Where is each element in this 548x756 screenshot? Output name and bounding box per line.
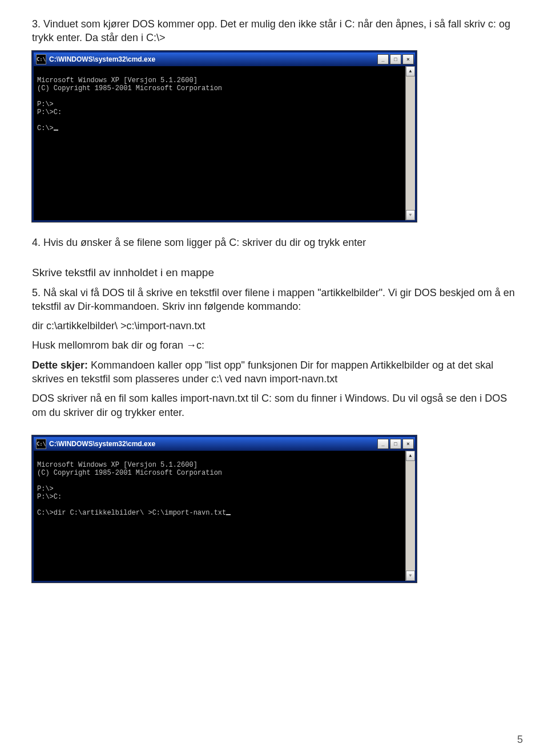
minimize-button[interactable]: _ (377, 439, 389, 449)
cmd-window-2: C:\ C:\WINDOWS\system32\cmd.exe _ □ × Mi… (32, 435, 417, 583)
cmd-line: P:\>C: (37, 108, 62, 116)
paragraph-dette-skjer: Dette skjer: Kommandoen kaller opp "list… (32, 358, 516, 386)
paragraph-step-4: 4. Hvis du ønsker å se filene som ligger… (32, 236, 516, 249)
minimize-button[interactable]: _ (377, 54, 389, 64)
scroll-down-icon[interactable]: ▼ (406, 571, 415, 581)
scroll-up-icon[interactable]: ▲ (406, 451, 415, 461)
cmd-icon: C:\ (36, 439, 46, 449)
scrollbar[interactable]: ▲ ▼ (405, 451, 415, 581)
paragraph-step-3: 3. Vinduet som kjører DOS kommer opp. De… (32, 17, 516, 45)
scroll-up-icon[interactable]: ▲ (406, 66, 415, 76)
text-dette-skjer: Kommandoen kaller opp "list opp" funksjo… (32, 359, 493, 385)
scroll-down-icon[interactable]: ▼ (406, 210, 415, 220)
cmd-line: (C) Copyright 1985-2001 Microsoft Corpor… (37, 469, 222, 477)
maximize-button[interactable]: □ (390, 439, 401, 449)
cmd-window-1: C:\ C:\WINDOWS\system32\cmd.exe _ □ × Mi… (32, 51, 417, 222)
scrollbar[interactable]: ▲ ▼ (405, 66, 415, 220)
cmd-body: Microsoft Windows XP [Versjon 5.1.2600] … (34, 451, 415, 581)
cmd-titlebar: C:\ C:\WINDOWS\system32\cmd.exe _ □ × (34, 437, 415, 451)
paragraph-dos-writes: DOS skriver nå en fil som kalles import-… (32, 391, 516, 419)
section-title: Skrive tekstfil av innholdet i en mappe (32, 265, 516, 280)
cmd-line: Microsoft Windows XP [Versjon 5.1.2600] (37, 76, 198, 84)
cursor-icon (54, 130, 58, 131)
cmd-title-text: C:\WINDOWS\system32\cmd.exe (49, 55, 376, 63)
cmd-line: (C) Copyright 1985-2001 Microsoft Corpor… (37, 84, 222, 92)
command-example-line: dir c:\artikkelbilder\ >c:\import-navn.t… (32, 319, 516, 333)
cmd-line: P:\> (37, 485, 54, 493)
cmd-line: C:\>dir C:\artikkelbilder\ >C:\import-na… (37, 509, 226, 517)
cmd-icon: C:\ (36, 54, 46, 64)
cmd-line: P:\> (37, 100, 54, 108)
paragraph-note-space: Husk mellomrom bak dir og foran →c: (32, 338, 516, 352)
cmd-body: Microsoft Windows XP [Versjon 5.1.2600] … (34, 66, 415, 220)
close-button[interactable]: × (402, 439, 414, 449)
cmd-line: C:\> (37, 124, 54, 132)
cmd-title-text: C:\WINDOWS\system32\cmd.exe (49, 440, 376, 448)
paragraph-step-5: 5. Nå skal vi få DOS til å skrive en tek… (32, 286, 516, 314)
cursor-icon (226, 514, 231, 515)
cmd-line: P:\>C: (37, 493, 62, 501)
close-button[interactable]: × (402, 54, 414, 64)
cmd-titlebar: C:\ C:\WINDOWS\system32\cmd.exe _ □ × (34, 52, 415, 66)
cmd-line: Microsoft Windows XP [Versjon 5.1.2600] (37, 461, 198, 469)
page-number: 5 (517, 734, 523, 746)
maximize-button[interactable]: □ (390, 54, 401, 64)
label-dette-skjer: Dette skjer: (32, 359, 88, 371)
